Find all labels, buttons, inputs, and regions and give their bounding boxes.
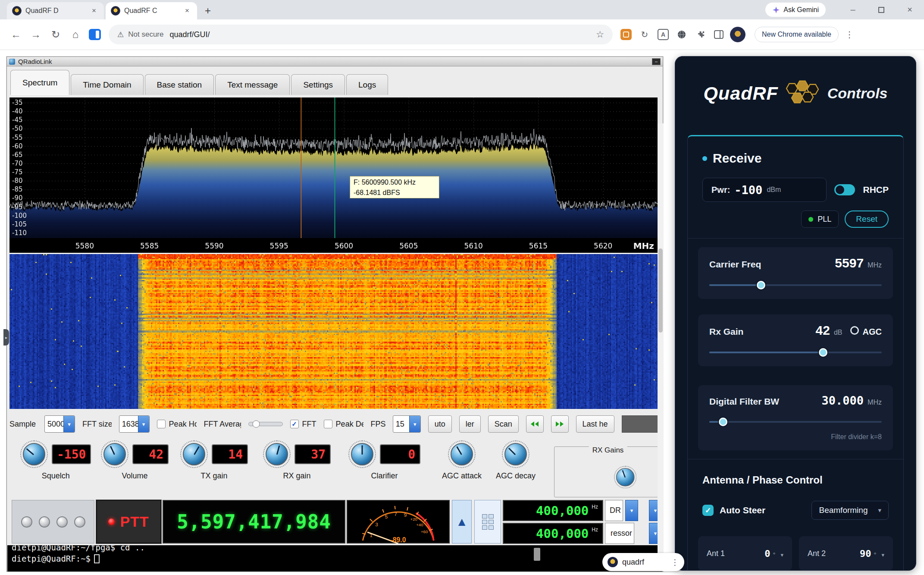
- address-bar[interactable]: ⚠ Not secure quadrf/GUI/ ☆: [109, 25, 613, 44]
- maximize-window-button[interactable]: [867, 0, 896, 19]
- auto-steer-row: ✓ Auto Steer Beamforming ▾: [702, 501, 889, 520]
- tab-close-icon[interactable]: ×: [182, 6, 192, 16]
- slider-knob[interactable]: [252, 421, 260, 428]
- reset-button[interactable]: Reset: [845, 211, 889, 228]
- offset-display-2[interactable]: 400,000 Hz: [503, 523, 603, 544]
- globe-icon[interactable]: [674, 27, 689, 42]
- tx-gain-knob[interactable]: [180, 440, 208, 468]
- carrier-freq-slider[interactable]: [709, 281, 882, 289]
- not-secure-label[interactable]: Not secure: [128, 30, 163, 39]
- beamforming-select[interactable]: Beamforming ▾: [811, 501, 889, 520]
- scan-back-button[interactable]: [526, 415, 544, 433]
- clarifier-knob[interactable]: [348, 440, 376, 468]
- peak-detect-checkbox[interactable]: Peak Detect: [324, 420, 363, 429]
- tab-close-icon[interactable]: ×: [89, 6, 99, 16]
- extensions-puzzle-icon[interactable]: [693, 27, 708, 42]
- ask-gemini-button[interactable]: Ask Gemini: [765, 3, 826, 17]
- quadrf-taskbar-pill[interactable]: quadrf ⋮: [602, 553, 684, 571]
- side-panel-icon[interactable]: [89, 29, 101, 40]
- frequency-display[interactable]: 5,597,417,984: [163, 500, 345, 544]
- terminal[interactable]: dietpi@QuadRF:~/fpga$ cd .. dietpi@QuadR…: [7, 545, 662, 572]
- clipped-button-1[interactable]: uto: [428, 415, 452, 433]
- slider-thumb[interactable]: [819, 348, 827, 357]
- sync-icon[interactable]: ↻: [637, 27, 652, 42]
- profile-avatar[interactable]: [730, 27, 745, 42]
- compressor-select[interactable]: ressor: [605, 523, 634, 544]
- agc-radio[interactable]: [850, 326, 859, 335]
- ptt-button[interactable]: PTT: [96, 500, 161, 544]
- scan-forward-button[interactable]: [551, 415, 569, 433]
- offset-display-1[interactable]: 400,000 Hz: [503, 500, 603, 521]
- chevron-down-icon[interactable]: ▾: [780, 552, 783, 558]
- agc-decay-knob[interactable]: [502, 440, 529, 468]
- auto-steer-checkbox[interactable]: ✓: [702, 505, 714, 516]
- last-heard-button[interactable]: Last he: [576, 415, 614, 433]
- bookmark-star-icon[interactable]: ☆: [596, 29, 604, 40]
- new-tab-button[interactable]: +: [200, 3, 215, 18]
- sample-rate-select[interactable]: 500000▾: [44, 415, 75, 433]
- mode-select[interactable]: DR: [605, 500, 623, 521]
- translate-icon[interactable]: A: [656, 27, 670, 42]
- new-chrome-available-chip[interactable]: New Chrome available: [755, 27, 839, 42]
- tab-time-domain[interactable]: Time Domain: [71, 74, 143, 95]
- svg-text:5: 5: [385, 514, 388, 519]
- rhcp-toggle[interactable]: [834, 184, 855, 195]
- forward-button[interactable]: →: [26, 25, 46, 44]
- spectrum-plot[interactable]: [9, 97, 658, 253]
- pill-menu-icon[interactable]: ⋮: [671, 557, 679, 567]
- clipped-button-2[interactable]: ler: [459, 415, 481, 433]
- tab-settings[interactable]: Settings: [291, 74, 345, 95]
- chevron-down-icon[interactable]: ▾: [625, 500, 638, 521]
- volume-knob[interactable]: [101, 440, 128, 468]
- minimize-window-button[interactable]: –: [839, 0, 867, 19]
- waterfall-display[interactable]: [9, 254, 658, 409]
- browser-tab-1[interactable]: QuadRF D ×: [7, 2, 104, 19]
- indicator-button[interactable]: [74, 516, 85, 528]
- reload-button[interactable]: ↻: [46, 25, 66, 44]
- tab-logs[interactable]: Logs: [346, 74, 388, 95]
- indicator-button[interactable]: [21, 516, 32, 528]
- power-input[interactable]: Pwr: -100 dBm: [702, 178, 827, 202]
- tab-spectrum[interactable]: Spectrum: [10, 70, 69, 95]
- back-button[interactable]: ←: [6, 25, 26, 44]
- url-text[interactable]: quadrf/GUI/: [169, 30, 210, 39]
- ant1-card[interactable]: Ant 1 0°▾: [698, 536, 792, 571]
- drawer-handle[interactable]: ▸: [3, 329, 9, 346]
- close-window-button[interactable]: ×: [896, 0, 924, 19]
- home-button[interactable]: ⌂: [66, 25, 85, 44]
- scrollbar-thumb[interactable]: [658, 248, 663, 333]
- slider-thumb[interactable]: [719, 418, 727, 426]
- rx-gains-knob[interactable]: [614, 466, 636, 488]
- browser-menu-icon[interactable]: ⋮: [845, 29, 854, 40]
- slider-thumb[interactable]: [757, 281, 765, 289]
- scan-button[interactable]: Scan: [488, 415, 519, 433]
- ant2-card[interactable]: Ant 2 90°▾: [799, 536, 893, 571]
- scrollbar-track[interactable]: [658, 123, 664, 563]
- fft-size-select[interactable]: 16384▾: [119, 415, 150, 433]
- clipped-dark-button[interactable]: [622, 415, 660, 433]
- knob-dial: [103, 443, 126, 465]
- chevron-down-icon[interactable]: ▾: [881, 552, 884, 558]
- side-panel-toggle-icon[interactable]: [711, 27, 726, 42]
- app-minimize-button[interactable]: –: [652, 58, 661, 65]
- filter-bw-slider[interactable]: [709, 418, 882, 426]
- fft-checkbox[interactable]: ✓FFT: [290, 420, 316, 429]
- terminal-scrollbar[interactable]: [534, 548, 540, 561]
- agc-attack-knob[interactable]: [448, 440, 476, 468]
- indicator-button[interactable]: [56, 516, 68, 528]
- extension-icon-orange[interactable]: [619, 27, 633, 42]
- s-meter: 1 3 5 7 9 +20 +40 +60 -89.0: [347, 500, 450, 544]
- peak-hold-checkbox[interactable]: Peak Hold: [157, 420, 197, 429]
- fft-averaging-slider[interactable]: [248, 422, 283, 426]
- tab-text-message[interactable]: Text message: [215, 74, 290, 95]
- fps-select[interactable]: 15▾: [393, 415, 421, 433]
- tab-base-station[interactable]: Base station: [145, 74, 214, 95]
- browser-tab-2-active[interactable]: QuadRF C ×: [106, 2, 197, 19]
- frequency-up-button[interactable]: ▲: [452, 500, 472, 544]
- squelch-knob[interactable]: [20, 440, 48, 468]
- qradiolink-titlebar[interactable]: QRadioLink –: [7, 57, 663, 66]
- rx-gain-knob[interactable]: [263, 440, 291, 468]
- memory-grid-button[interactable]: [474, 500, 501, 544]
- rx-gain-slider[interactable]: [709, 348, 882, 357]
- indicator-button[interactable]: [39, 516, 50, 528]
